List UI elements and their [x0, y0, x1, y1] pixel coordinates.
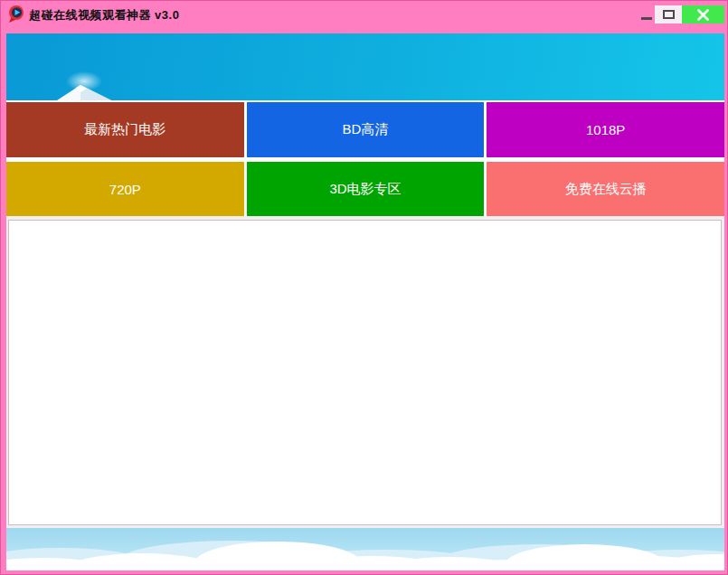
app-window: 超碰在线视频观看神器 v3.0 最新热门电影 BD高清 1018P 720P 3… — [0, 0, 728, 575]
nav-button-free-cloud-play[interactable]: 免费在线云播 — [487, 162, 724, 216]
minimize-button[interactable] — [638, 5, 654, 24]
app-icon — [8, 5, 24, 24]
close-button[interactable] — [682, 5, 724, 24]
nav-button-grid: 最新热门电影 BD高清 1018P 720P 3D电影专区 免费在线云播 — [6, 100, 724, 216]
clouds-footer — [6, 528, 724, 570]
nav-button-720p[interactable]: 720P — [6, 162, 244, 216]
nav-button-3d-zone[interactable]: 3D电影专区 — [247, 162, 485, 216]
minimize-icon — [641, 17, 652, 20]
mountain-graphic — [57, 85, 111, 100]
maximize-icon — [663, 10, 675, 19]
nav-button-1018p[interactable]: 1018P — [487, 102, 724, 157]
nav-button-bd-hd[interactable]: BD高清 — [247, 102, 485, 157]
content-area — [8, 220, 722, 525]
maximize-button[interactable] — [655, 5, 682, 24]
close-icon — [697, 9, 709, 21]
window-title: 超碰在线视频观看神器 v3.0 — [29, 7, 179, 24]
banner — [6, 33, 724, 100]
nav-button-hot-movies[interactable]: 最新热门电影 — [6, 102, 244, 157]
title-bar[interactable]: 超碰在线视频观看神器 v3.0 — [1, 1, 728, 33]
